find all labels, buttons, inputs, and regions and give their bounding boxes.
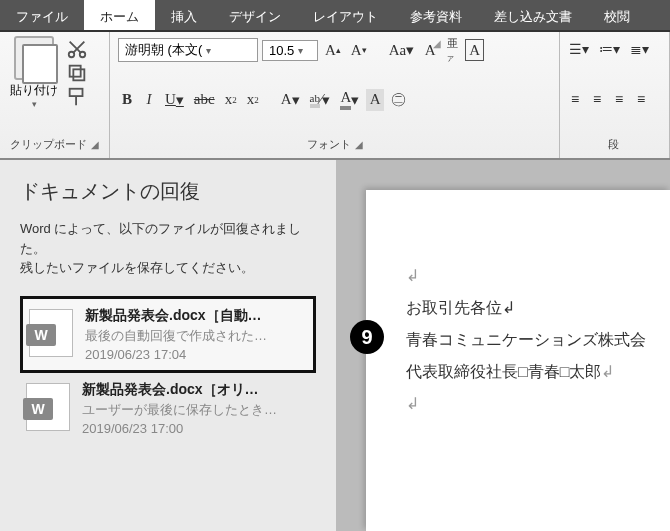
recovery-item-original[interactable]: W 新製品発表会.docx［オリ… ユーザーが最後に保存したとき… 2019/0… [20, 373, 316, 444]
paste-button[interactable]: 貼り付け ▾ [8, 36, 60, 109]
recovery-item-time: 2019/06/23 17:04 [85, 347, 307, 362]
font-label: フォント [307, 138, 351, 150]
grow-font-button[interactable]: A▴ [322, 39, 344, 61]
recovery-item-desc: 最後の自動回復で作成された… [85, 327, 307, 345]
recovery-item-time: 2019/06/23 17:00 [82, 421, 310, 436]
document-recovery-pane: ドキュメントの回復 Word によって、以下のファイルが回復されました。残したい… [0, 160, 336, 531]
group-font: 游明朝 (本文(▾ 10.5▾ A▴ A▾ Aa▾ A◢ 亜ア A B I U▾… [110, 32, 560, 158]
tab-mailings[interactable]: 差し込み文書 [478, 0, 588, 30]
tab-references[interactable]: 参考資料 [394, 0, 478, 30]
recovery-item-desc: ユーザーが最後に保存したとき… [82, 401, 310, 419]
bullets-button[interactable]: ☰▾ [566, 38, 592, 60]
paragraph-label: 段 [608, 138, 619, 150]
paste-icon [14, 36, 54, 80]
bold-button[interactable]: B [118, 89, 136, 111]
superscript-button[interactable]: x2 [244, 89, 262, 111]
svg-rect-2 [73, 69, 84, 80]
word-file-icon: W [26, 383, 70, 431]
doc-line: 青春コミュニケーションズ株式会 [406, 324, 646, 356]
italic-button[interactable]: I [140, 89, 158, 111]
tab-file[interactable]: ファイル [0, 0, 84, 30]
menu-tabs: ファイル ホーム 挿入 デザイン レイアウト 参考資料 差し込み文書 校閲 [0, 0, 670, 32]
text-effects-button[interactable]: A▾ [278, 89, 303, 111]
align-justify-button[interactable]: ≡ [632, 88, 650, 110]
group-clipboard: 貼り付け ▾ クリップボード◢ [0, 32, 110, 158]
align-center-button[interactable]: ≡ [588, 88, 606, 110]
multilevel-button[interactable]: ≣▾ [627, 38, 652, 60]
format-painter-icon[interactable] [66, 86, 88, 108]
phonetic-guide-button[interactable]: 亜ア [443, 39, 461, 61]
enclose-char-button[interactable]: ㊁ [388, 89, 409, 111]
change-case-button[interactable]: Aa▾ [386, 39, 418, 61]
doc-line: 代表取締役社長□青春□太郎 [406, 363, 601, 380]
font-launcher-icon[interactable]: ◢ [355, 139, 363, 150]
strike-button[interactable]: abc [191, 89, 218, 111]
char-border-button[interactable]: A [465, 39, 484, 61]
recovery-item-autosaved[interactable]: W 新製品発表会.docx［自動… 最後の自動回復で作成された… 2019/06… [20, 296, 316, 373]
font-size-combo[interactable]: 10.5▾ [262, 40, 318, 61]
numbering-button[interactable]: ≔▾ [596, 38, 623, 60]
recovery-message: Word によって、以下のファイルが回復されました。残したいファイルを保存してく… [20, 219, 316, 278]
recovery-title: ドキュメントの回復 [20, 178, 316, 205]
recovery-item-name: 新製品発表会.docx［自動… [85, 307, 307, 325]
clipboard-label: クリップボード [10, 138, 87, 150]
svg-rect-3 [70, 66, 81, 77]
font-color-button[interactable]: A▾ [337, 89, 362, 111]
doc-line: お取引先各位↲ [406, 292, 646, 324]
clipboard-launcher-icon[interactable]: ◢ [91, 139, 99, 150]
cut-icon[interactable] [66, 38, 88, 60]
group-paragraph: ☰▾ ≔▾ ≣▾ ≡ ≡ ≡ ≡ 段 [560, 32, 670, 158]
align-right-button[interactable]: ≡ [610, 88, 628, 110]
clear-format-button[interactable]: A◢ [421, 39, 439, 61]
tab-review[interactable]: 校閲 [588, 0, 646, 30]
word-file-icon: W [29, 309, 73, 357]
copy-icon[interactable] [66, 62, 88, 84]
subscript-button[interactable]: x2 [222, 89, 240, 111]
tab-design[interactable]: デザイン [213, 0, 297, 30]
char-shading-button[interactable]: A [366, 89, 384, 111]
font-name-combo[interactable]: 游明朝 (本文(▾ [118, 38, 258, 62]
underline-button[interactable]: U▾ [162, 89, 187, 111]
recovery-item-name: 新製品発表会.docx［オリ… [82, 381, 310, 399]
tab-layout[interactable]: レイアウト [297, 0, 394, 30]
ribbon: 貼り付け ▾ クリップボード◢ 游明朝 (本文(▾ 10.5▾ A▴ A▾ Aa… [0, 32, 670, 160]
align-left-button[interactable]: ≡ [566, 88, 584, 110]
page: ↲ お取引先各位↲ 青春コミュニケーションズ株式会 代表取締役社長□青春□太郎↲… [366, 190, 670, 531]
tab-home[interactable]: ホーム [84, 0, 155, 30]
callout-badge: 9 [350, 320, 384, 354]
document-area[interactable]: ↲ お取引先各位↲ 青春コミュニケーションズ株式会 代表取締役社長□青春□太郎↲… [336, 160, 670, 531]
svg-rect-4 [70, 89, 83, 96]
highlight-button[interactable]: ab⁄▾ [307, 89, 334, 111]
shrink-font-button[interactable]: A▾ [348, 39, 370, 61]
tab-insert[interactable]: 挿入 [155, 0, 213, 30]
paste-label: 貼り付け [8, 82, 60, 99]
